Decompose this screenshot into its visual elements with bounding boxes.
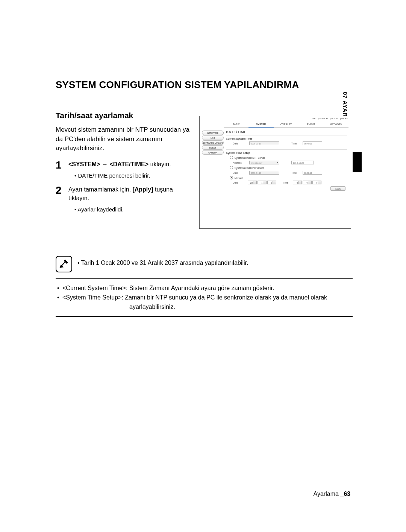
cur-time-value: 15:40:11 xyxy=(303,141,322,145)
m-date-d[interactable]: 1 xyxy=(267,181,276,184)
def-system-time-setup-cont: ayarlayabilirsiniz. xyxy=(57,302,351,312)
m-time-m[interactable]: 0 xyxy=(303,181,312,184)
note-text: Tarih 1 Ocak 2000 ve 31 Aralık 2037 aras… xyxy=(77,256,248,266)
side-software-update[interactable]: SOFTWARE UPDATE xyxy=(202,140,224,145)
cur-date-value: 2008-01-10 xyxy=(249,141,279,145)
topbar-setup[interactable]: |SETUP xyxy=(330,117,338,120)
addr-label: Address xyxy=(233,161,247,164)
radio-manual[interactable]: Manual xyxy=(230,176,347,179)
def-system-time-setup: <System Time Setup>: Zamanı bir NTP sunu… xyxy=(62,293,351,302)
step2-pre: Ayarı tamamlamak için, xyxy=(68,186,132,193)
intro-paragraph: Mevcut sistem zamanını bir NTP sunucudan… xyxy=(56,125,191,153)
apply-button[interactable]: Apply xyxy=(330,186,345,191)
m-time-h[interactable]: 0 xyxy=(293,181,302,184)
panel1-title: Current System Time xyxy=(226,137,347,140)
m-date-y[interactable]: 2008 xyxy=(248,181,257,184)
pc-date-label: Date xyxy=(233,172,247,174)
addr-ip: 129.6.15.28 xyxy=(291,161,314,164)
topbar-search[interactable]: |SEARCH xyxy=(318,117,328,120)
step-1: 1 <SYSTEM> → <DATE/TIME> tıklayın. DATE/… xyxy=(56,160,191,180)
side-black-marker xyxy=(353,152,362,172)
step-number: 1 xyxy=(56,160,65,180)
shot-topbar: LIVE |SEARCH |SETUP |ABOUT xyxy=(307,116,351,121)
addr-select[interactable]: time.nist.gov xyxy=(249,161,279,164)
m-date-label: Date xyxy=(233,181,247,184)
def-current-system-time: <Current System Time>: Sistem Zamanı Aya… xyxy=(62,284,351,293)
m-time-s[interactable]: 0 xyxy=(312,181,321,184)
step1-datetime: <DATE/TIME> xyxy=(109,161,148,167)
topbar-about[interactable]: |ABOUT xyxy=(340,117,348,120)
pc-date-value: 2008-04-28 xyxy=(249,171,279,175)
radio-ntp[interactable]: Syncronize with NTP Server xyxy=(230,156,347,159)
footer-label: Ayarlama _ xyxy=(314,491,344,497)
panel-heading: DATE/TIME xyxy=(226,130,247,134)
step-number: 2 xyxy=(56,185,65,214)
m-date-m[interactable]: 1 xyxy=(258,181,267,184)
cur-date-label: Date xyxy=(233,142,247,145)
note-icon xyxy=(56,256,72,272)
tab-event[interactable]: EVENT xyxy=(298,122,323,128)
step1-tail: tıklayın. xyxy=(148,161,171,167)
step2-apply: [Apply] xyxy=(132,186,153,193)
definitions-block: •<Current System Time>: Sistem Zamanı Ay… xyxy=(56,278,353,317)
topbar-live[interactable]: LIVE xyxy=(311,117,316,120)
pc-time-value: 18:38:11 xyxy=(303,171,322,175)
step1-arrow: → xyxy=(100,161,109,167)
cur-time-label: Time xyxy=(291,142,300,145)
step1-system: <SYSTEM> xyxy=(68,161,100,167)
side-log[interactable]: LOG xyxy=(202,135,224,140)
step1-bullet: DATE/TIME penceresi belirir. xyxy=(74,172,171,180)
step2-bullet: Ayarlar kaydedildi. xyxy=(74,205,191,214)
section-title: SYSTEM CONFIGURATION SISTEM YAPILANDIRMA xyxy=(56,79,356,91)
page-footer: Ayarlama _63 xyxy=(314,491,350,497)
panel2-title: System Time Setup xyxy=(226,152,347,154)
tab-network[interactable]: NETWORK xyxy=(324,122,348,128)
radio-pc[interactable]: Syncronize with PC Viewer xyxy=(230,166,347,169)
pc-time-label: Time xyxy=(291,172,300,174)
side-datetime[interactable]: DATE/TIME xyxy=(202,131,224,135)
tab-system[interactable]: SYSTEM xyxy=(248,122,273,128)
datetime-screenshot: LIVE |SEARCH |SETUP |ABOUT BASIC SYSTEM … xyxy=(199,116,351,229)
step-2: 2 Ayarı tamamlamak için, [Apply] tuşuna … xyxy=(56,185,191,214)
tab-overlay[interactable]: OVERLAY xyxy=(274,122,298,128)
tab-basic[interactable]: BASIC xyxy=(224,122,248,128)
side-reset[interactable]: RESET xyxy=(202,145,224,150)
side-camera[interactable]: CAMERA xyxy=(202,150,224,155)
m-time-label: Time xyxy=(283,181,292,184)
page-number: 63 xyxy=(344,491,350,497)
